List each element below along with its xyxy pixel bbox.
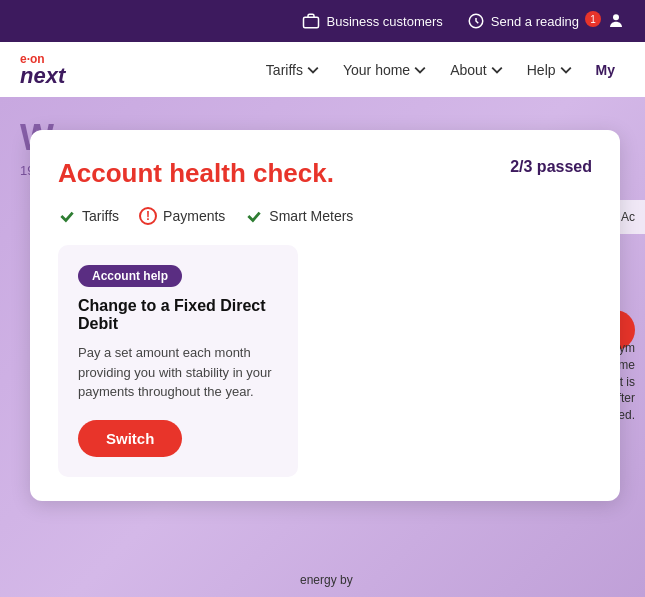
check-item-payments: ! Payments [139, 207, 225, 225]
switch-button[interactable]: Switch [78, 420, 182, 457]
send-reading-link[interactable]: Send a reading 1 [467, 12, 625, 30]
business-customers-label: Business customers [326, 14, 442, 29]
tariffs-label: Tariffs [266, 62, 303, 78]
logo[interactable]: e·on next [20, 53, 65, 87]
health-check-modal: Account health check. 2/3 passed Tariffs… [30, 130, 620, 501]
chevron-down-icon [414, 64, 426, 76]
passed-badge: 2/3 passed [510, 158, 592, 176]
nav-item-tariffs[interactable]: Tariffs [256, 54, 329, 86]
my-label: My [596, 62, 615, 78]
help-label: Help [527, 62, 556, 78]
check-green-icon-2 [245, 207, 263, 225]
about-label: About [450, 62, 487, 78]
briefcase-icon [302, 12, 320, 30]
nav-item-your-home[interactable]: Your home [333, 54, 436, 86]
check-green-icon [58, 207, 76, 225]
check-items-row: Tariffs ! Payments Smart Meters [58, 207, 592, 225]
modal-header: Account health check. 2/3 passed [58, 158, 592, 189]
ac-label: Ac [621, 210, 635, 224]
business-customers-link[interactable]: Business customers [302, 12, 442, 30]
smart-meters-check-label: Smart Meters [269, 208, 353, 224]
chevron-down-icon [307, 64, 319, 76]
warning-icon: ! [139, 207, 157, 225]
user-icon [607, 12, 625, 30]
check-item-smart-meters: Smart Meters [245, 207, 353, 225]
inner-card-description: Pay a set amount each month providing yo… [78, 343, 278, 402]
notification-badge: 1 [585, 11, 601, 27]
account-help-badge: Account help [78, 265, 182, 287]
energy-by-label: energy by [300, 573, 353, 587]
your-home-label: Your home [343, 62, 410, 78]
svg-rect-0 [304, 17, 319, 28]
nav-item-help[interactable]: Help [517, 54, 582, 86]
meter-icon [467, 12, 485, 30]
nav-items: Tariffs Your home About Help My [256, 54, 625, 86]
nav-item-about[interactable]: About [440, 54, 513, 86]
bottom-partial-text: energy by [300, 573, 353, 587]
nav-item-my[interactable]: My [586, 54, 625, 86]
send-reading-label: Send a reading [491, 14, 579, 29]
tariffs-check-label: Tariffs [82, 208, 119, 224]
top-bar: Business customers Send a reading 1 [0, 0, 645, 42]
svg-point-2 [613, 14, 619, 20]
inner-card-title: Change to a Fixed Direct Debit [78, 297, 278, 333]
recommendation-card: Account help Change to a Fixed Direct De… [58, 245, 298, 477]
nav-bar: e·on next Tariffs Your home About Help M… [0, 42, 645, 97]
check-item-tariffs: Tariffs [58, 207, 119, 225]
chevron-down-icon [560, 64, 572, 76]
chevron-down-icon [491, 64, 503, 76]
modal-title: Account health check. [58, 158, 334, 189]
logo-next-text: next [20, 65, 65, 87]
payments-check-label: Payments [163, 208, 225, 224]
